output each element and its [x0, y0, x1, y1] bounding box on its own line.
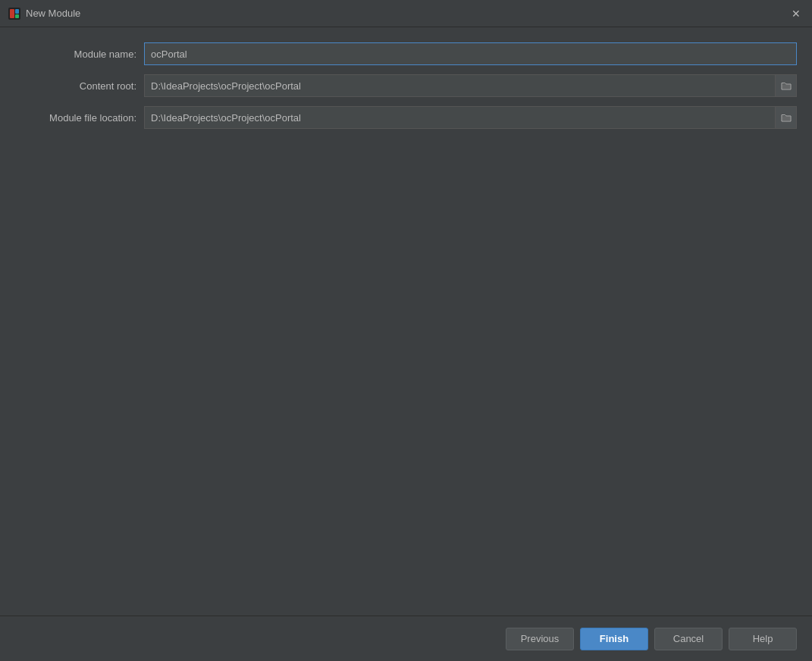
folder-icon	[781, 112, 792, 123]
svg-rect-3	[15, 14, 19, 18]
form-content: Module name: Content root: Module file l…	[0, 27, 812, 616]
module-name-row: Module name:	[15, 42, 797, 65]
module-file-location-input[interactable]	[144, 106, 776, 129]
folder-icon	[781, 80, 792, 91]
module-name-input-wrapper	[144, 42, 797, 65]
svg-rect-2	[15, 9, 19, 14]
close-button[interactable]: ✕	[788, 5, 804, 22]
svg-rect-1	[10, 9, 14, 18]
content-root-browse-button[interactable]	[776, 74, 797, 97]
title-bar: New Module ✕	[0, 0, 812, 27]
previous-button[interactable]: Previous	[506, 628, 574, 650]
content-spacer	[15, 138, 797, 600]
content-root-label: Content root:	[15, 80, 136, 92]
module-name-label: Module name:	[15, 49, 136, 60]
module-file-location-row: Module file location:	[15, 106, 797, 129]
new-module-dialog: New Module ✕ Module name: Content root:	[0, 0, 812, 661]
help-button[interactable]: Help	[729, 628, 797, 650]
app-icon	[8, 7, 21, 20]
cancel-button[interactable]: Cancel	[654, 628, 723, 650]
title-bar-left: New Module	[8, 7, 80, 20]
module-file-location-label: Module file location:	[15, 112, 136, 124]
content-root-input[interactable]	[144, 74, 776, 97]
module-file-location-browse-button[interactable]	[776, 106, 797, 129]
content-root-row: Content root:	[15, 74, 797, 97]
module-name-input[interactable]	[144, 42, 797, 65]
dialog-title: New Module	[26, 8, 80, 19]
bottom-bar: Previous Finish Cancel Help	[0, 616, 812, 661]
finish-button[interactable]: Finish	[580, 628, 648, 650]
content-root-input-wrapper	[144, 74, 797, 97]
module-file-location-input-wrapper	[144, 106, 797, 129]
